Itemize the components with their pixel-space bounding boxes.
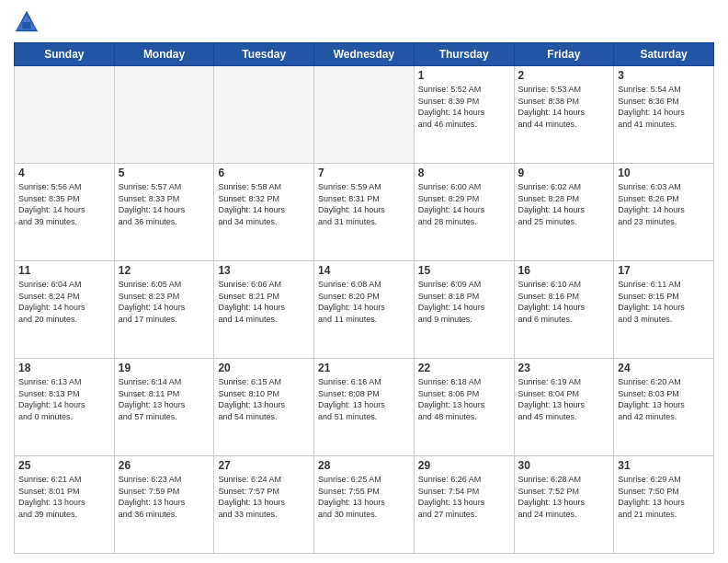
- calendar-table: SundayMondayTuesdayWednesdayThursdayFrid…: [14, 42, 714, 554]
- calendar-cell: 11Sunrise: 6:04 AM Sunset: 8:24 PM Dayli…: [15, 261, 115, 359]
- calendar-cell: 20Sunrise: 6:15 AM Sunset: 8:10 PM Dayli…: [214, 359, 314, 456]
- day-number: 1: [418, 69, 510, 82]
- calendar-cell: [314, 66, 415, 164]
- calendar-cell: 7Sunrise: 5:59 AM Sunset: 8:31 PM Daylig…: [314, 164, 415, 261]
- day-number: 17: [618, 264, 710, 277]
- day-number: 11: [18, 264, 110, 277]
- calendar-cell: 4Sunrise: 5:56 AM Sunset: 8:35 PM Daylig…: [15, 164, 115, 261]
- calendar-cell: [214, 66, 314, 164]
- day-info: Sunrise: 6:23 AM Sunset: 7:59 PM Dayligh…: [119, 474, 210, 520]
- day-info: Sunrise: 5:57 AM Sunset: 8:33 PM Dayligh…: [119, 181, 210, 227]
- day-number: 24: [618, 362, 710, 374]
- day-number: 14: [318, 264, 410, 277]
- calendar-week-1: 1Sunrise: 5:52 AM Sunset: 8:39 PM Daylig…: [15, 66, 714, 164]
- day-info: Sunrise: 6:19 AM Sunset: 8:04 PM Dayligh…: [518, 376, 610, 422]
- calendar-cell: [15, 66, 115, 164]
- weekday-header-saturday: Saturday: [614, 43, 714, 66]
- day-info: Sunrise: 5:59 AM Sunset: 8:31 PM Dayligh…: [318, 181, 410, 227]
- calendar-cell: 18Sunrise: 6:13 AM Sunset: 8:13 PM Dayli…: [15, 359, 115, 456]
- logo-icon: [14, 9, 40, 35]
- weekday-header-row: SundayMondayTuesdayWednesdayThursdayFrid…: [15, 43, 714, 66]
- calendar-cell: 1Sunrise: 5:52 AM Sunset: 8:39 PM Daylig…: [414, 66, 514, 164]
- calendar-cell: 2Sunrise: 5:53 AM Sunset: 8:38 PM Daylig…: [514, 66, 614, 164]
- day-info: Sunrise: 6:06 AM Sunset: 8:21 PM Dayligh…: [218, 279, 310, 325]
- page: SundayMondayTuesdayWednesdayThursdayFrid…: [0, 0, 728, 563]
- day-info: Sunrise: 6:16 AM Sunset: 8:08 PM Dayligh…: [318, 376, 410, 422]
- calendar-cell: 21Sunrise: 6:16 AM Sunset: 8:08 PM Dayli…: [314, 359, 415, 456]
- calendar-cell: 17Sunrise: 6:11 AM Sunset: 8:15 PM Dayli…: [614, 261, 714, 359]
- day-number: 21: [318, 362, 410, 374]
- day-info: Sunrise: 6:03 AM Sunset: 8:26 PM Dayligh…: [618, 181, 710, 227]
- calendar-cell: 24Sunrise: 6:20 AM Sunset: 8:03 PM Dayli…: [614, 359, 714, 456]
- day-number: 3: [618, 69, 710, 82]
- calendar-week-3: 11Sunrise: 6:04 AM Sunset: 8:24 PM Dayli…: [15, 261, 714, 359]
- day-info: Sunrise: 6:11 AM Sunset: 8:15 PM Dayligh…: [618, 279, 710, 325]
- day-info: Sunrise: 6:26 AM Sunset: 7:54 PM Dayligh…: [418, 474, 510, 520]
- calendar-cell: 26Sunrise: 6:23 AM Sunset: 7:59 PM Dayli…: [114, 456, 214, 554]
- calendar-cell: 8Sunrise: 6:00 AM Sunset: 8:29 PM Daylig…: [414, 164, 514, 261]
- calendar-week-4: 18Sunrise: 6:13 AM Sunset: 8:13 PM Dayli…: [15, 359, 714, 456]
- weekday-header-tuesday: Tuesday: [214, 43, 314, 66]
- calendar-week-2: 4Sunrise: 5:56 AM Sunset: 8:35 PM Daylig…: [15, 164, 714, 261]
- weekday-header-friday: Friday: [514, 43, 614, 66]
- calendar-cell: 22Sunrise: 6:18 AM Sunset: 8:06 PM Dayli…: [414, 359, 514, 456]
- calendar-cell: 16Sunrise: 6:10 AM Sunset: 8:16 PM Dayli…: [514, 261, 614, 359]
- day-number: 25: [18, 459, 110, 472]
- calendar-cell: 10Sunrise: 6:03 AM Sunset: 8:26 PM Dayli…: [614, 164, 714, 261]
- day-number: 19: [119, 362, 210, 374]
- day-number: 12: [119, 264, 210, 277]
- day-info: Sunrise: 5:58 AM Sunset: 8:32 PM Dayligh…: [218, 181, 310, 227]
- calendar-cell: 5Sunrise: 5:57 AM Sunset: 8:33 PM Daylig…: [114, 164, 214, 261]
- calendar-cell: 13Sunrise: 6:06 AM Sunset: 8:21 PM Dayli…: [214, 261, 314, 359]
- day-number: 27: [218, 459, 310, 472]
- day-number: 6: [218, 167, 310, 179]
- day-number: 7: [318, 167, 410, 179]
- day-info: Sunrise: 6:05 AM Sunset: 8:23 PM Dayligh…: [119, 279, 210, 325]
- day-info: Sunrise: 6:10 AM Sunset: 8:16 PM Dayligh…: [518, 279, 610, 325]
- calendar-cell: 3Sunrise: 5:54 AM Sunset: 8:36 PM Daylig…: [614, 66, 714, 164]
- day-info: Sunrise: 6:04 AM Sunset: 8:24 PM Dayligh…: [18, 279, 110, 325]
- day-info: Sunrise: 6:29 AM Sunset: 7:50 PM Dayligh…: [618, 474, 710, 520]
- day-info: Sunrise: 6:08 AM Sunset: 8:20 PM Dayligh…: [318, 279, 410, 325]
- day-number: 13: [218, 264, 310, 277]
- calendar-cell: 28Sunrise: 6:25 AM Sunset: 7:55 PM Dayli…: [314, 456, 415, 554]
- day-number: 18: [18, 362, 110, 374]
- day-number: 10: [618, 167, 710, 179]
- day-info: Sunrise: 6:28 AM Sunset: 7:52 PM Dayligh…: [518, 474, 610, 520]
- day-number: 26: [119, 459, 210, 472]
- day-number: 15: [418, 264, 510, 277]
- day-info: Sunrise: 6:20 AM Sunset: 8:03 PM Dayligh…: [618, 376, 710, 422]
- day-info: Sunrise: 6:21 AM Sunset: 8:01 PM Dayligh…: [18, 474, 110, 520]
- calendar-cell: 29Sunrise: 6:26 AM Sunset: 7:54 PM Dayli…: [414, 456, 514, 554]
- calendar-cell: 23Sunrise: 6:19 AM Sunset: 8:04 PM Dayli…: [514, 359, 614, 456]
- day-info: Sunrise: 5:56 AM Sunset: 8:35 PM Dayligh…: [18, 181, 110, 227]
- day-info: Sunrise: 6:09 AM Sunset: 8:18 PM Dayligh…: [418, 279, 510, 325]
- day-number: 31: [618, 459, 710, 472]
- weekday-header-wednesday: Wednesday: [314, 43, 415, 66]
- day-info: Sunrise: 6:18 AM Sunset: 8:06 PM Dayligh…: [418, 376, 510, 422]
- calendar-cell: 25Sunrise: 6:21 AM Sunset: 8:01 PM Dayli…: [15, 456, 115, 554]
- day-number: 9: [518, 167, 610, 179]
- header: [14, 9, 714, 35]
- calendar-cell: [114, 66, 214, 164]
- day-info: Sunrise: 6:02 AM Sunset: 8:28 PM Dayligh…: [518, 181, 610, 227]
- weekday-header-monday: Monday: [114, 43, 214, 66]
- calendar-cell: 30Sunrise: 6:28 AM Sunset: 7:52 PM Dayli…: [514, 456, 614, 554]
- day-number: 4: [18, 167, 110, 179]
- day-number: 29: [418, 459, 510, 472]
- day-info: Sunrise: 6:25 AM Sunset: 7:55 PM Dayligh…: [318, 474, 410, 520]
- day-info: Sunrise: 6:24 AM Sunset: 7:57 PM Dayligh…: [218, 474, 310, 520]
- logo: [14, 9, 43, 35]
- svg-rect-2: [22, 22, 30, 29]
- calendar-week-5: 25Sunrise: 6:21 AM Sunset: 8:01 PM Dayli…: [15, 456, 714, 554]
- calendar-cell: 27Sunrise: 6:24 AM Sunset: 7:57 PM Dayli…: [214, 456, 314, 554]
- calendar-cell: 15Sunrise: 6:09 AM Sunset: 8:18 PM Dayli…: [414, 261, 514, 359]
- day-number: 16: [518, 264, 610, 277]
- calendar-cell: 9Sunrise: 6:02 AM Sunset: 8:28 PM Daylig…: [514, 164, 614, 261]
- day-info: Sunrise: 5:53 AM Sunset: 8:38 PM Dayligh…: [518, 84, 610, 130]
- day-info: Sunrise: 6:13 AM Sunset: 8:13 PM Dayligh…: [18, 376, 110, 422]
- day-number: 22: [418, 362, 510, 374]
- day-number: 8: [418, 167, 510, 179]
- day-number: 5: [119, 167, 210, 179]
- day-info: Sunrise: 5:54 AM Sunset: 8:36 PM Dayligh…: [618, 84, 710, 130]
